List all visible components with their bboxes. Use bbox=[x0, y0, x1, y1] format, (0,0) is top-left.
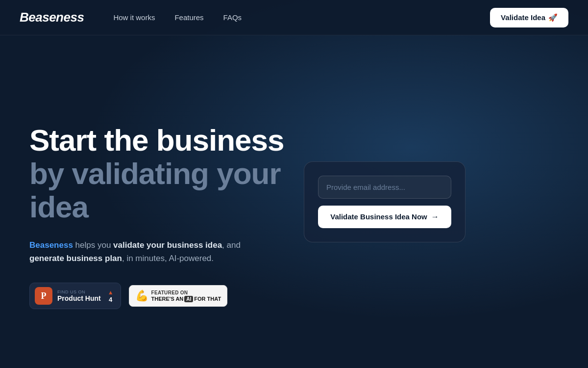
ph-score: ▲ 4 bbox=[108, 289, 114, 303]
logo[interactable]: Beaseness bbox=[20, 10, 84, 25]
ph-name-label: Product Hunt bbox=[57, 294, 101, 302]
bold-validate: validate your business idea bbox=[113, 240, 222, 250]
ai-badge-inner: 💪 FEATURED ON THERE'S AN AI FOR THAT bbox=[135, 289, 221, 302]
navbar: Beaseness How it works Features FAQs Val… bbox=[0, 0, 588, 35]
nav-how-it-works[interactable]: How it works bbox=[113, 13, 155, 22]
ai-featured-label: FEATURED ON bbox=[151, 290, 221, 296]
nav-validate-label: Validate Idea bbox=[501, 13, 545, 22]
email-input[interactable] bbox=[318, 176, 451, 199]
ph-score-number: 4 bbox=[109, 296, 112, 303]
ai-label: AI bbox=[184, 296, 193, 302]
nav-features[interactable]: Features bbox=[174, 13, 203, 22]
validate-now-button[interactable]: Validate Business Idea Now → bbox=[318, 206, 451, 228]
hero-title-line2: by validating your idea bbox=[29, 157, 304, 224]
bold-generate: generate business plan bbox=[29, 254, 122, 263]
hero-title-line1: Start the business bbox=[29, 124, 304, 157]
ai-badge-text: FEATURED ON THERE'S AN AI FOR THAT bbox=[151, 290, 221, 302]
nav-faqs[interactable]: FAQs bbox=[223, 13, 242, 22]
cta-label: Validate Business Idea Now bbox=[330, 212, 427, 221]
hero-left: Start the business by validating your id… bbox=[29, 124, 304, 310]
form-card: Validate Business Idea Now → bbox=[304, 161, 466, 242]
ph-find-label: FIND US ON bbox=[57, 289, 101, 294]
ai-muscle-icon: 💪 bbox=[135, 289, 148, 302]
badges-container: P FIND US ON Product Hunt ▲ 4 💪 FEATURED… bbox=[29, 283, 304, 309]
hero-right: Validate Business Idea Now → bbox=[304, 161, 466, 272]
cta-arrow-icon: → bbox=[431, 212, 439, 221]
brand-name: Beaseness bbox=[29, 240, 73, 250]
nav-links: How it works Features FAQs bbox=[113, 13, 490, 22]
ph-arrow-icon: ▲ bbox=[108, 289, 114, 296]
ai-for-that-label: FOR THAT bbox=[194, 296, 221, 302]
product-hunt-badge[interactable]: P FIND US ON Product Hunt ▲ 4 bbox=[29, 283, 121, 309]
product-hunt-text: FIND US ON Product Hunt bbox=[57, 289, 101, 302]
nav-validate-button[interactable]: Validate Idea 🚀 bbox=[490, 8, 568, 27]
product-hunt-icon: P bbox=[35, 287, 52, 305]
ai-for-that-badge[interactable]: 💪 FEATURED ON THERE'S AN AI FOR THAT bbox=[129, 285, 228, 307]
hero-description: Beaseness helps you validate your busine… bbox=[29, 238, 274, 265]
nav-validate-emoji: 🚀 bbox=[548, 13, 558, 22]
ai-theres-label: THERE'S AN bbox=[151, 296, 184, 302]
hero-section: Start the business by validating your id… bbox=[0, 35, 588, 368]
